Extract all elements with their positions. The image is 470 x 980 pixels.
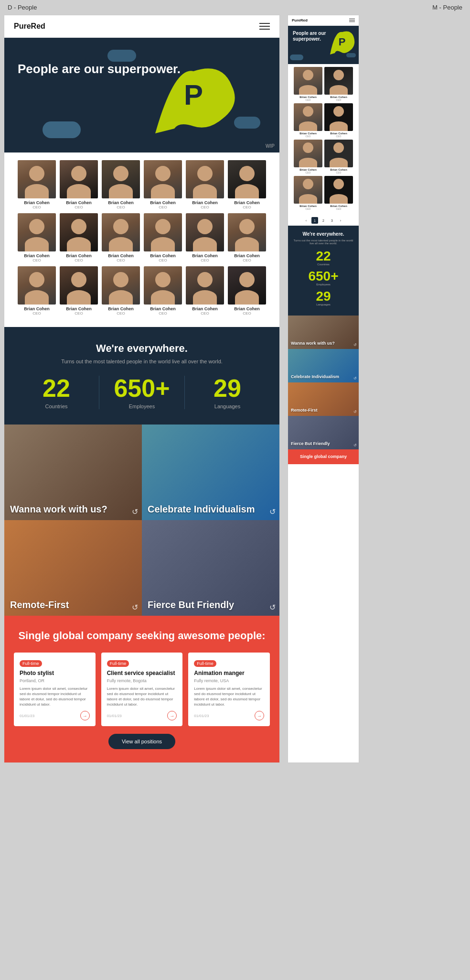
mobile-culture-label: Wanna work with us?	[288, 338, 338, 349]
job-arrow-icon[interactable]: →	[167, 711, 177, 720]
mobile-person-photo	[324, 176, 353, 204]
svg-text:P: P	[184, 79, 203, 111]
mobile-hero-headline: People are our superpower.	[293, 31, 326, 42]
job-card-1[interactable]: Full-time Client service speacialist Ful…	[101, 653, 183, 727]
mobile-stat-countries: 22	[292, 250, 355, 263]
person-card[interactable]: Brian Cohen CEO	[18, 266, 56, 316]
job-desc: Lorem ipsum dolor sit amet, consectetur …	[194, 686, 264, 708]
culture-item-work[interactable]: Wanna work with us? ↺	[4, 425, 142, 520]
view-all-button[interactable]: View all positions	[108, 734, 175, 749]
job-footer: 01/01/23 →	[107, 711, 177, 720]
stats-section: We're everywhere. Turns out the most tal…	[4, 327, 279, 425]
mobile-person-photo	[294, 176, 322, 204]
stat-number-employees: 650+	[109, 376, 175, 401]
page-1-button[interactable]: 1	[311, 217, 318, 224]
person-card[interactable]: Brian Cohen CEO	[18, 213, 56, 262]
mobile-stats-section: We're everywhere. Turns out the most tal…	[288, 226, 359, 316]
mobile-culture-remote[interactable]: Remote-First ↺	[288, 382, 359, 416]
stat-label-countries: Countries	[23, 403, 89, 409]
mobile-header: PureRed	[288, 15, 359, 26]
person-card[interactable]: Brian Cohen CEO	[60, 213, 98, 262]
mobile-people-grid: Brian Cohen CEO Brian Cohen CEO Brian Co…	[288, 64, 359, 215]
mobile-person-card[interactable]: Brian Cohen CEO	[294, 176, 322, 210]
mobile-people-row: Brian Cohen CEO Brian Cohen CEO	[291, 103, 356, 138]
stats-numbers: 22 Countries 650+ Employees 29 Languages	[14, 376, 270, 409]
mobile-person-card[interactable]: Brian Cohen CEO	[294, 67, 322, 101]
menu-button[interactable]	[259, 23, 270, 30]
jobs-title: Single global company seeking awesome pe…	[14, 629, 270, 643]
next-page-button[interactable]: ›	[337, 217, 344, 224]
job-date: 01/01/23	[194, 714, 209, 718]
mobile-cloud-icon	[346, 53, 356, 57]
mobile-people-row: Brian Cohen CEO Brian Cohen CEO	[291, 67, 356, 101]
person-card[interactable]: Brian Cohen CEO	[102, 213, 140, 262]
page-2-button[interactable]: 2	[320, 217, 327, 224]
job-arrow-icon[interactable]: →	[255, 711, 264, 720]
mobile-culture-friendly[interactable]: Fierce But Friendly ↺	[288, 416, 359, 449]
mobile-people-row: Brian Cohen CEO Brian Cohen CEO	[291, 176, 356, 210]
mobile-person-card[interactable]: Brian Cohen CEO	[324, 140, 353, 174]
mobile-culture-work[interactable]: Wanna work with us? ↺	[288, 316, 359, 349]
mobile-person-photo	[294, 67, 322, 95]
job-location: Portland, OR	[20, 678, 90, 683]
person-card[interactable]: Brian Cohen CEO	[102, 160, 140, 209]
mobile-layout: PureRed People are our superpower. P Bri…	[288, 15, 359, 763]
mobile-hero: People are our superpower. P	[288, 26, 359, 64]
person-card[interactable]: Brian Cohen CEO	[186, 213, 224, 262]
job-title: Animation manger	[194, 670, 264, 676]
person-card[interactable]: Brian Cohen CEO	[60, 266, 98, 316]
mobile-person-card[interactable]: Brian Cohen CEO	[294, 103, 322, 138]
job-badge: Full-time	[194, 660, 216, 667]
culture-item-individualism[interactable]: Celebrate Individualism ↺	[142, 425, 279, 520]
mobile-person-card[interactable]: Brian Cohen CEO	[324, 67, 353, 101]
culture-label: Fierce But Friendly	[142, 594, 240, 616]
mobile-stat-label-countries: Countries	[292, 263, 355, 266]
mobile-person-card[interactable]: Brian Cohen CEO	[324, 176, 353, 210]
job-title: Client service speacialist	[107, 670, 177, 676]
job-card-0[interactable]: Full-time Photo stylist Portland, OR Lor…	[14, 653, 96, 727]
stat-label-employees: Employees	[109, 403, 175, 409]
desktop-label: D - People	[8, 4, 37, 11]
mobile-culture-label: Celebrate Individualism	[288, 372, 342, 382]
person-card[interactable]: Brian Cohen CEO	[228, 213, 266, 262]
mobile-refresh-icon: ↺	[353, 410, 357, 414]
mobile-person-card[interactable]: Brian Cohen CEO	[294, 140, 322, 174]
job-footer: 01/01/23 →	[194, 711, 264, 720]
jobs-cards: Full-time Photo stylist Portland, OR Lor…	[14, 653, 270, 727]
person-card[interactable]: Brian Cohen CEO	[186, 160, 224, 209]
refresh-icon: ↺	[132, 507, 138, 516]
person-card[interactable]: Brian Cohen CEO	[144, 160, 182, 209]
mobile-person-photo	[294, 103, 322, 131]
refresh-icon: ↺	[269, 603, 276, 612]
mobile-stat-employees: 650+	[292, 270, 355, 283]
culture-item-remote[interactable]: Remote-First ↺	[4, 520, 142, 616]
job-arrow-icon[interactable]: →	[80, 711, 90, 720]
person-card[interactable]: Brian Cohen CEO	[144, 266, 182, 316]
culture-item-friendly[interactable]: Fierce But Friendly ↺	[142, 520, 279, 616]
cloud-icon	[107, 50, 136, 62]
job-card-2[interactable]: Full-time Animation manger Fully remote,…	[188, 653, 270, 727]
mobile-stats-title: We're everywhere.	[292, 231, 355, 237]
job-date: 01/01/23	[20, 714, 34, 718]
svg-text:P: P	[339, 36, 346, 48]
desktop-header: PureRed	[4, 15, 279, 38]
mobile-culture-individualism[interactable]: Celebrate Individualism ↺	[288, 349, 359, 382]
job-title: Photo stylist	[20, 670, 90, 676]
person-card[interactable]: Brian Cohen CEO	[228, 266, 266, 316]
person-card[interactable]: Brian Cohen CEO	[60, 160, 98, 209]
stat-number-languages: 29	[194, 376, 260, 401]
person-card[interactable]: Brian Cohen CEO	[186, 266, 224, 316]
page-3-button[interactable]: 3	[329, 217, 335, 224]
mobile-cloud-icon	[290, 54, 303, 60]
person-card[interactable]: Brian Cohen CEO	[144, 213, 182, 262]
person-card[interactable]: Brian Cohen CEO	[102, 266, 140, 316]
prev-page-button[interactable]: ‹	[303, 217, 310, 224]
mobile-refresh-icon: ↺	[353, 376, 357, 381]
culture-label: Wanna work with us?	[4, 498, 113, 520]
person-card[interactable]: Brian Cohen CEO	[228, 160, 266, 209]
person-card[interactable]: Brian Cohen CEO	[18, 160, 56, 209]
job-desc: Lorem ipsum dolor sit amet, consectetur …	[107, 686, 177, 708]
mobile-culture-label: Remote-First	[288, 405, 320, 416]
mobile-menu-button[interactable]	[349, 19, 355, 22]
mobile-person-card[interactable]: Brian Cohen CEO	[324, 103, 353, 138]
